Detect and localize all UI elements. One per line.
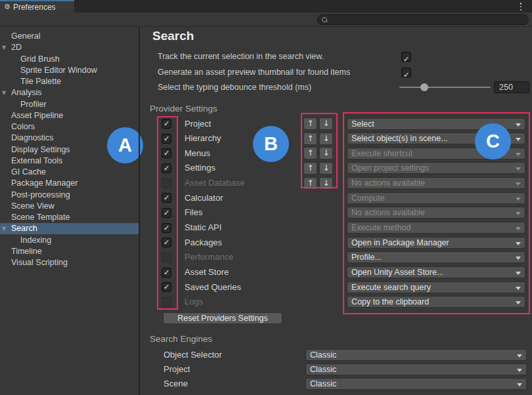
sidebar-item-tile-palette[interactable]: Tile Palette <box>0 76 139 87</box>
sidebar-item-label: Grid Brush <box>20 54 60 65</box>
move-down-button[interactable]: ↓ <box>319 177 333 190</box>
performance-provider-checkbox[interactable] <box>162 253 171 262</box>
sidebar-item-label: Tile Palette <box>20 76 61 87</box>
check-icon: ✓ <box>162 209 171 217</box>
check-icon: ✓ <box>162 283 171 291</box>
check-icon: ✓ <box>162 164 171 173</box>
engine-label-project: Project <box>164 364 190 375</box>
sidebar-item-search[interactable]: ▼Search <box>0 223 139 234</box>
sidebar-item-package-manager[interactable]: Package Manager <box>0 178 139 189</box>
saved-queries-provider-checkbox[interactable]: ✓ <box>162 282 171 292</box>
packages-provider-checkbox[interactable]: ✓ <box>162 238 171 247</box>
asset-preview-checkbox[interactable]: ✓ <box>401 68 411 77</box>
static-api-action-dropdown[interactable]: Execute method <box>347 222 525 234</box>
sidebar-item-visual-scripting[interactable]: Visual Scripting <box>0 257 139 268</box>
sidebar-item-analysis[interactable]: ▼Analysis <box>0 87 139 98</box>
move-up-button[interactable]: ↑ <box>303 117 317 130</box>
asset-store-action-dropdown[interactable]: Open Unity Asset Store... <box>347 266 525 278</box>
track-selection-checkbox[interactable]: ✓ <box>401 52 411 62</box>
move-up-button[interactable]: ↑ <box>303 147 317 159</box>
sidebar-item-general[interactable]: General <box>0 31 139 42</box>
logs-provider-checkbox[interactable] <box>162 297 171 307</box>
sidebar-item-label: Package Manager <box>11 178 78 189</box>
search-input[interactable] <box>317 14 529 25</box>
files-action-dropdown[interactable]: No actions available <box>347 207 525 218</box>
asset-database-provider-checkbox[interactable] <box>162 178 171 188</box>
files-provider-checkbox[interactable]: ✓ <box>162 208 171 218</box>
scene-engine-dropdown[interactable]: Classic <box>305 378 527 390</box>
sidebar-item-sprite-editor-window[interactable]: Sprite Editor Window <box>0 65 139 76</box>
asset-database-action-dropdown[interactable]: No actions available <box>347 177 525 189</box>
expand-triangle-icon[interactable]: ▼ <box>2 42 6 53</box>
sidebar-item-indexing[interactable]: Indexing <box>0 235 139 246</box>
provider-label-settings: Settings <box>185 163 215 173</box>
check-icon: ✓ <box>162 119 171 128</box>
object-selector-engine-dropdown[interactable]: Classic <box>305 349 527 361</box>
sidebar-item-label: Profiler <box>20 99 47 110</box>
saved-queries-action-dropdown[interactable]: Execute search query <box>347 281 525 293</box>
provider-label-files: Files <box>185 207 202 218</box>
check-icon: ✓ <box>162 194 171 202</box>
chevron-down-icon <box>516 198 521 201</box>
kebab-menu-icon[interactable] <box>518 3 524 10</box>
calculator-provider-checkbox[interactable]: ✓ <box>162 193 171 203</box>
chevron-down-icon <box>516 257 521 260</box>
asset-store-provider-checkbox[interactable]: ✓ <box>162 268 171 278</box>
hierarchy-provider-checkbox[interactable]: ✓ <box>162 134 171 144</box>
logs-action-dropdown[interactable]: Copy to the clipboard <box>347 296 525 308</box>
debounce-slider[interactable] <box>399 87 491 88</box>
project-engine-dropdown[interactable]: Classic <box>305 364 527 375</box>
gear-icon: ⚙ <box>4 3 11 10</box>
provider-label-packages: Packages <box>185 238 222 248</box>
sidebar-item-grid-brush[interactable]: Grid Brush <box>0 54 139 65</box>
tab-preferences[interactable]: ⚙ Preferences <box>0 0 74 12</box>
sidebar-item-label: Indexing <box>20 235 51 246</box>
tab-bar: ⚙ Preferences <box>0 0 532 12</box>
sidebar-item-2d[interactable]: ▼2D <box>0 42 139 53</box>
expand-triangle-icon[interactable]: ▼ <box>2 87 6 98</box>
sidebar-item-label: Asset Pipeline <box>11 110 63 121</box>
sidebar-item-label: Post-processing <box>11 190 70 201</box>
move-down-button[interactable]: ↓ <box>319 133 333 145</box>
sidebar-item-gi-cache[interactable]: GI Cache <box>0 167 139 178</box>
chevron-down-icon <box>516 153 521 156</box>
tab-title: Preferences <box>13 3 56 12</box>
expand-triangle-icon[interactable]: ▼ <box>2 223 6 234</box>
move-up-button[interactable]: ↑ <box>303 133 317 145</box>
sidebar-item-post-processing[interactable]: Post-processing <box>0 190 139 201</box>
settings-provider-checkbox[interactable]: ✓ <box>162 163 171 173</box>
check-icon: ✓ <box>162 135 171 143</box>
reset-providers-button[interactable]: Reset Providers Settings <box>163 312 282 324</box>
move-down-button[interactable]: ↓ <box>319 162 333 175</box>
provider-label-logs: Logs <box>185 297 203 307</box>
settings-sidebar: General▼2DGrid BrushSprite Editor Window… <box>0 27 139 395</box>
provider-label-hierarchy: Hierarchy <box>185 133 221 144</box>
settings-action-dropdown[interactable]: Open project settings <box>347 162 525 174</box>
performance-action-dropdown[interactable]: Profile... <box>347 251 525 263</box>
debounce-slider-handle[interactable] <box>420 83 428 91</box>
sidebar-item-label: Timeline <box>11 246 42 257</box>
annotation-circle-b: B <box>253 126 289 162</box>
sidebar-item-scene-template[interactable]: Scene Template <box>0 212 139 223</box>
sidebar-item-asset-pipeline[interactable]: Asset Pipeline <box>0 110 139 121</box>
move-down-button[interactable]: ↓ <box>319 117 333 130</box>
chevron-down-icon <box>516 287 521 290</box>
move-up-button[interactable]: ↑ <box>303 162 317 175</box>
provider-label-menus: Menus <box>185 148 210 159</box>
sidebar-item-scene-view[interactable]: Scene View <box>0 201 139 212</box>
sidebar-item-timeline[interactable]: Timeline <box>0 246 139 257</box>
chevron-down-icon <box>516 167 521 171</box>
check-icon: ✓ <box>162 268 171 277</box>
move-up-button[interactable]: ↑ <box>303 177 317 190</box>
packages-action-dropdown[interactable]: Open in Package Manager <box>347 237 525 249</box>
sidebar-divider <box>139 27 140 395</box>
provider-label-asset-store: Asset Store <box>185 267 229 278</box>
debounce-value-field[interactable]: 250 <box>494 81 529 93</box>
sidebar-item-profiler[interactable]: Profiler <box>0 99 139 110</box>
check-icon: ✓ <box>162 224 171 232</box>
static-api-provider-checkbox[interactable]: ✓ <box>162 223 171 233</box>
project-provider-checkbox[interactable]: ✓ <box>162 119 171 129</box>
calculator-action-dropdown[interactable]: Compute <box>347 192 525 204</box>
move-down-button[interactable]: ↓ <box>319 147 333 159</box>
menus-provider-checkbox[interactable]: ✓ <box>162 148 171 158</box>
